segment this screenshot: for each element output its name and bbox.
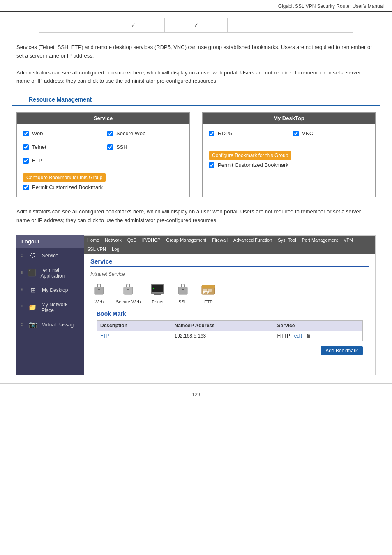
virtualpassage-icon: 📷	[27, 320, 39, 329]
ssh-checkbox-row[interactable]: SSH	[107, 144, 183, 150]
service-http: HTTP	[277, 333, 290, 339]
bookmark-title: Book Mark	[97, 310, 363, 317]
main-panel: Home Network QoS IP/DHCP Group Managemen…	[84, 235, 376, 375]
sidebar-label-virtualpassage: Virtual Passage	[42, 322, 76, 328]
web-icon-label: Web	[95, 299, 104, 304]
ftp-checkbox-row[interactable]: FTP	[23, 157, 99, 164]
telnet-service-icon-item[interactable]: ▶_ Telnet	[149, 280, 166, 304]
permit-customized-bookmark-mydesktop[interactable]: Permit Customized Bookmark	[209, 162, 369, 168]
ftp-link[interactable]: FTP	[100, 333, 110, 339]
secureweb-service-icon-item[interactable]: Secure Web	[116, 280, 141, 304]
ftp-checkbox[interactable]	[23, 158, 29, 164]
mydesktop-icon: ⊞	[27, 286, 39, 295]
service-panel: Service Web Secure Web Telnet SSH	[16, 112, 190, 197]
rdp5-checkbox[interactable]	[209, 131, 214, 136]
drag-handle-terminal: ⠿	[21, 271, 23, 275]
nav-qos[interactable]: QoS	[125, 236, 139, 245]
secureweb-icon	[120, 280, 137, 298]
web-label: Web	[32, 130, 43, 136]
drag-handle-mydesktop: ⠿	[21, 288, 24, 292]
svg-rect-6	[155, 293, 159, 294]
ftp-label: FTP	[32, 157, 42, 164]
nav-network[interactable]: Network	[102, 236, 124, 245]
nav-ipdhcp[interactable]: IP/DHCP	[139, 236, 164, 245]
nav-log[interactable]: Log	[109, 245, 122, 254]
sidebar-item-mydesktop[interactable]: ⠿ ⊞ My Desktop	[16, 282, 84, 298]
svg-rect-1	[98, 289, 100, 290]
ui-section: Logout ⠿ 🛡 Service ⠿ ⬛ Terminal Applicat…	[16, 235, 376, 375]
nav-groupmanagement[interactable]: Group Management	[163, 236, 209, 245]
sidebar-item-mynetwork[interactable]: ⠿ 📁 My Network Place	[16, 298, 84, 317]
manual-title: Gigabit SSL VPN Security Router User's M…	[278, 3, 384, 9]
nav-sslvpn[interactable]: SSL VPN	[84, 245, 109, 254]
svg-rect-9	[178, 287, 187, 294]
configure-bookmark-button-service[interactable]: Configure Bookmark for this Group	[23, 173, 106, 182]
cell-3: ✓	[165, 18, 227, 33]
vnc-checkbox[interactable]	[293, 131, 299, 136]
sidebar: Logout ⠿ 🛡 Service ⠿ ⬛ Terminal Applicat…	[16, 235, 84, 375]
cell-4	[227, 18, 290, 33]
drag-handle-virtualpassage: ⠿	[21, 323, 24, 327]
telnet-checkbox-row[interactable]: Telnet	[23, 144, 99, 150]
logout-button[interactable]: Logout	[16, 235, 84, 248]
permit-checkbox-service[interactable]	[23, 185, 29, 190]
permit-customized-bookmark-service[interactable]: Permit Customized Bookmark	[23, 184, 183, 190]
service-section: Service Intranet Service Web	[84, 254, 375, 352]
configure-bookmark-button-mydesktop[interactable]: Configure Bookmark for this Group	[209, 151, 291, 160]
sidebar-label-terminal: Terminal Application	[41, 267, 80, 279]
bookmark-table-header: Description Name/IP Address Service	[97, 320, 363, 331]
bookmark-description[interactable]: FTP	[97, 331, 171, 341]
nav-systool[interactable]: Sys. Tool	[275, 236, 299, 245]
resource-table: Service Web Secure Web Telnet SSH	[16, 112, 376, 197]
mydesktop-panel-header: My DeskTop	[203, 113, 375, 124]
web-icon	[90, 280, 108, 298]
bookmark-table: Description Name/IP Address Service FTP …	[97, 320, 363, 341]
secureweb-icon-label: Secure Web	[116, 299, 141, 304]
ssh-icon-label: SSH	[178, 299, 188, 304]
service-icon: 🛡	[27, 251, 39, 260]
mydesktop-panel: My DeskTop RDP5 VNC Configure Bookmark f…	[202, 112, 376, 197]
rdp5-checkbox-row[interactable]: RDP5	[209, 130, 285, 136]
add-bookmark-button[interactable]: Add Bookmark	[321, 346, 363, 355]
nav-firewall[interactable]: Firewall	[209, 236, 231, 245]
vnc-checkbox-row[interactable]: VNC	[293, 130, 369, 136]
ssh-checkbox[interactable]	[107, 144, 113, 150]
vnc-label: VNC	[302, 130, 313, 136]
sidebar-item-virtualpassage[interactable]: ⠿ 📷 Virtual Passage	[16, 317, 84, 333]
service-icons-row: Web Secure Web	[90, 280, 369, 304]
sidebar-item-service[interactable]: ⠿ 🛡 Service	[16, 248, 84, 264]
nav-home[interactable]: Home	[84, 236, 102, 245]
service-section-title: Service	[90, 258, 369, 267]
ftp-icon-label: FTP	[204, 299, 213, 304]
drag-handle-service: ⠿	[21, 254, 24, 258]
cell-1	[39, 18, 102, 33]
telnet-checkbox[interactable]	[23, 144, 29, 150]
cell-2: ✓	[102, 18, 164, 33]
permit-label-mydesktop: Permit Customized Bookmark	[218, 162, 288, 168]
svg-text:▶_: ▶_	[153, 287, 157, 290]
bookmark-nameip: 192.168.5.163	[171, 331, 274, 341]
web-checkbox-row[interactable]: Web	[23, 130, 99, 136]
permit-checkbox-mydesktop[interactable]	[209, 162, 214, 168]
edit-link[interactable]: edit	[294, 333, 302, 339]
ssh-service-icon-item[interactable]: SSH	[174, 280, 191, 304]
service-checkboxes: Web Secure Web Telnet SSH FTP	[23, 128, 183, 166]
nav-advancedfunction[interactable]: Advanced Function	[231, 236, 275, 245]
sidebar-label-mynetwork: My Network Place	[42, 302, 80, 313]
col-description: Description	[97, 320, 171, 331]
delete-icon[interactable]: 🗑	[306, 333, 311, 339]
nav-portmanagement[interactable]: Port Management	[299, 236, 341, 245]
sidebar-item-terminal[interactable]: ⠿ ⬛ Terminal Application	[16, 264, 84, 282]
sidebar-label-mydesktop: My Desktop	[42, 287, 68, 293]
svg-text:FTP: FTP	[203, 291, 210, 294]
secureweb-checkbox[interactable]	[107, 131, 113, 136]
secureweb-checkbox-row[interactable]: Secure Web	[107, 130, 183, 136]
service-panel-body: Web Secure Web Telnet SSH FTP	[17, 124, 189, 197]
web-checkbox[interactable]	[23, 131, 29, 136]
permit-label-service: Permit Customized Bookmark	[32, 184, 103, 190]
page-header: Gigabit SSL VPN Security Router User's M…	[0, 0, 392, 12]
svg-rect-2	[124, 287, 133, 294]
nav-vpn[interactable]: VPN	[341, 236, 356, 245]
ftp-service-icon-item[interactable]: FTP FTP	[200, 280, 217, 304]
web-service-icon-item[interactable]: Web	[90, 280, 108, 304]
